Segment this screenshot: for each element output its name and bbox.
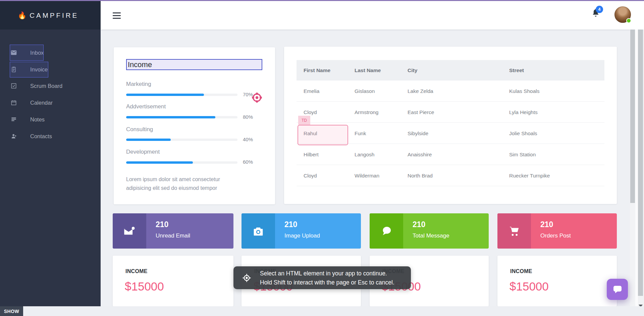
cell-street: Lyla Heights: [509, 102, 538, 123]
sidebar-item-contacts[interactable]: Contacts: [0, 128, 101, 145]
cell-city: Lake Zelda: [408, 81, 433, 102]
contacts-table-card: First Name Last Name City Street Emelia …: [284, 47, 617, 204]
sidebar-item-invoice[interactable]: Invoice: [0, 61, 101, 78]
notes-icon: [10, 116, 17, 123]
hamburger-menu-icon[interactable]: [113, 12, 121, 19]
sidebar-item-label: Contacts: [30, 133, 52, 140]
chat-fab-button[interactable]: [607, 279, 628, 300]
income-card-amount: $15000: [509, 280, 549, 293]
stat-value: 210: [413, 220, 425, 229]
user-avatar[interactable]: [614, 6, 631, 23]
column-header: City: [408, 60, 417, 81]
table-header-row: First Name Last Name City Street: [297, 60, 604, 81]
element-picker-highlight-income-title: Income: [126, 59, 262, 70]
notification-count-badge: 4: [596, 6, 603, 13]
flame-icon: 🔥: [18, 11, 26, 19]
progress-percent: 80%: [243, 114, 253, 120]
stat-label: Image Upload: [284, 232, 320, 239]
cell-street: Jolie Shoals: [509, 123, 537, 144]
table-row[interactable]: Emelia Gislason Lake Zelda Kulas Shoals: [297, 81, 604, 102]
stat-value: 210: [284, 220, 297, 229]
cell-last-name: Armstrong: [355, 102, 379, 123]
inner-scrollbar-thumb[interactable]: [630, 30, 635, 203]
income-card-amount: $15000: [125, 280, 164, 293]
progress-label: Marketing: [126, 81, 151, 88]
cell-first-name: Hilbert: [304, 144, 319, 165]
chat-bubble-icon: [381, 226, 392, 236]
progress-bar-development: [126, 161, 237, 164]
cell-city: North Brad: [408, 165, 433, 186]
income-summary-card: INCOME $15000: [113, 256, 233, 306]
cell-street: Ruecker Turnpike: [509, 165, 550, 186]
browser-scrollbar-thumb[interactable]: [638, 30, 643, 296]
cell-street: Sim Station: [509, 144, 536, 165]
cell-city: East Pierce: [408, 102, 434, 123]
income-card-title: INCOME: [510, 268, 532, 274]
income-widget-description: Lorem ipsum dolor sit amet consectetur a…: [126, 175, 239, 193]
cell-first-name: Emelia: [304, 81, 319, 102]
cell-city: Anaisshire: [408, 144, 432, 165]
bottom-strip: [0, 306, 644, 316]
inbox-envelope-icon: [10, 49, 17, 56]
sidebar-item-label: Scrum Board: [30, 83, 62, 89]
table-row[interactable]: Rahul Funk Sibylside Jolie Shoals: [297, 123, 604, 144]
calendar-icon: [10, 99, 17, 106]
cell-last-name: Gislason: [355, 81, 375, 102]
progress-label: Addvertisement: [126, 103, 166, 110]
inner-scrollbar[interactable]: [630, 30, 635, 316]
stat-card-unread-email: 210 Unread Email: [113, 213, 233, 249]
column-header: Last Name: [355, 60, 381, 81]
stat-card-image-upload: 210 Image Upload: [241, 213, 361, 249]
stat-card-orders-post: 210 Orders Post: [497, 213, 617, 249]
column-header: First Name: [304, 60, 330, 81]
cell-last-name: Wilderman: [355, 165, 379, 186]
cell-last-name: Langosh: [355, 144, 374, 165]
progress-label: Consulting: [126, 126, 153, 133]
cell-street: Kulas Shoals: [509, 81, 539, 102]
sidebar-item-inbox[interactable]: Inbox: [0, 44, 101, 61]
cell-first-name: Cloyd: [304, 165, 317, 186]
cell-first-name: Rahul: [304, 123, 317, 144]
brand-name: CAMPFIRE: [30, 11, 78, 19]
chat-icon: [612, 284, 623, 295]
sidebar-item-label: Calendar: [30, 100, 53, 106]
online-status-dot: [626, 18, 631, 23]
sidebar: 🔥 CAMPFIRE Inbox Invoice Scrum Board Cal…: [0, 1, 101, 306]
column-header: Street: [509, 60, 524, 81]
table-row[interactable]: Hilbert Langosh Anaisshire Sim Station: [297, 144, 604, 165]
element-picker-tooltip: Select an HTML element in your app to co…: [233, 266, 411, 289]
picker-td-tag-badge: TD: [298, 116, 310, 125]
locate-crosshair-icon: [242, 273, 251, 282]
shopping-cart-icon: [508, 226, 520, 236]
check-square-icon: [10, 83, 17, 89]
sidebar-item-calendar[interactable]: Calendar: [0, 94, 101, 111]
stat-label: Total Message: [413, 232, 449, 239]
progress-bar-consulting: [126, 139, 237, 141]
app-logo: 🔥 CAMPFIRE: [0, 1, 101, 30]
progress-bar-addvertisement: [126, 116, 237, 118]
email-icon: [124, 226, 135, 236]
browser-top-strip: [0, 0, 644, 1]
stat-card-total-message: 210 Total Message: [370, 213, 489, 249]
income-card-title: INCOME: [125, 268, 148, 274]
cell-last-name: Funk: [355, 123, 366, 144]
notifications-button[interactable]: 4: [591, 8, 611, 24]
sidebar-item-notes[interactable]: Notes: [0, 111, 101, 128]
table-row[interactable]: Cloyd Armstrong East Pierce Lyla Heights: [297, 102, 604, 123]
sidebar-item-scrum-board[interactable]: Scrum Board: [0, 77, 101, 94]
camera-icon: [253, 226, 264, 236]
contacts-person-icon: [10, 133, 17, 140]
show-debug-button[interactable]: SHOW: [0, 306, 23, 316]
stat-value: 210: [540, 220, 553, 229]
progress-bar-marketing: [126, 94, 237, 96]
stat-label: Unread Email: [156, 232, 190, 239]
table-row[interactable]: Cloyd Wilderman North Brad Ruecker Turnp…: [297, 165, 604, 186]
progress-percent: 60%: [243, 159, 253, 165]
stat-label: Orders Post: [540, 232, 571, 239]
cell-city: Sibylside: [408, 123, 428, 144]
top-header-bar: 4: [101, 1, 644, 30]
tooltip-line-2: Hold Shift to interact with the page or …: [260, 278, 394, 287]
sidebar-item-label: Invoice: [30, 66, 48, 73]
stat-value: 210: [156, 220, 168, 229]
browser-scrollbar[interactable]: [638, 30, 644, 316]
